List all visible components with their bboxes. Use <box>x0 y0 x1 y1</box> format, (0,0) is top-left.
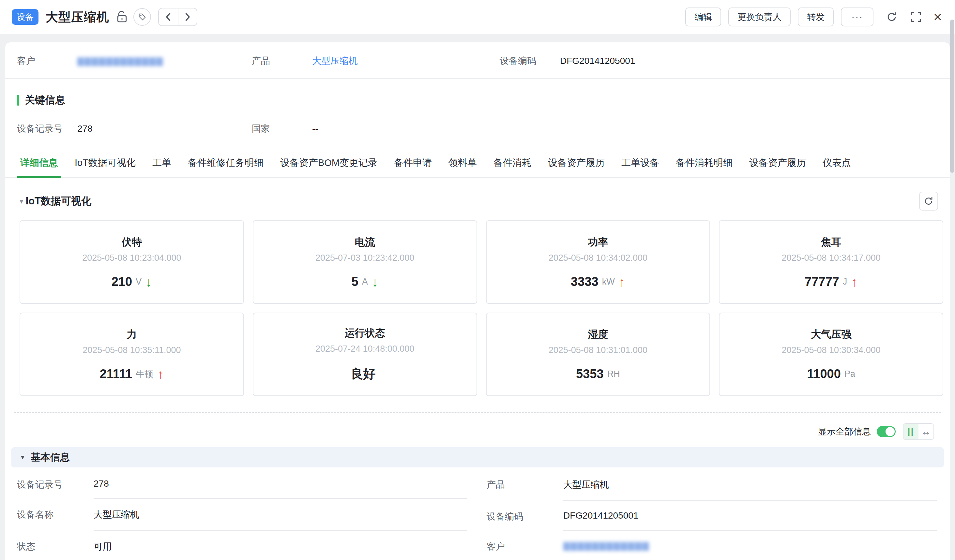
iot-card-grid: 伏特 2025-05-08 10:23:04.000 210 V ↓ 电流 20… <box>20 220 943 396</box>
horizontal-layout-icon[interactable]: ↔ <box>919 424 933 439</box>
tab-iot-data[interactable]: IoT数据可视化 <box>74 152 136 177</box>
tag-icon[interactable] <box>133 8 151 26</box>
iot-card-title: 力 <box>127 328 137 341</box>
field-value: 可用 <box>94 538 467 560</box>
trend-arrow-icon: ↓ <box>372 275 378 289</box>
product-label: 产品 <box>252 55 312 67</box>
iot-card-title: 功率 <box>588 236 608 249</box>
iot-card-pressure[interactable]: 大气压强 2025-05-08 10:30:34.000 11000 Pa <box>719 313 943 396</box>
edit-button[interactable]: 编辑 <box>685 8 721 27</box>
country-value: -- <box>312 123 318 134</box>
product-link[interactable]: 大型压缩机 <box>563 477 937 501</box>
iot-card-unit: J <box>843 277 847 287</box>
basic-info-right-column: 产品 大型压缩机 设备编码 DFG20141205001 客户 ▇▇▇▇▇▇▇▇… <box>487 469 937 560</box>
tab-work-order[interactable]: 工单 <box>152 152 172 177</box>
iot-card-value: 77777 <box>805 275 839 289</box>
record-no-label: 设备记录号 <box>17 123 77 135</box>
field-row-status: 状态 可用 <box>17 531 467 560</box>
iot-card-title: 电流 <box>355 236 375 249</box>
field-label: 设备编码 <box>487 509 563 531</box>
layout-switcher: || ↔ <box>903 423 934 440</box>
iot-card-title: 伏特 <box>122 236 142 249</box>
iot-card-timestamp: 2025-07-03 10:23:42.000 <box>315 253 414 263</box>
unlock-icon[interactable] <box>116 11 128 23</box>
iot-card-value: 210 <box>111 275 132 289</box>
iot-card-unit: RH <box>607 369 620 379</box>
window-header: 设备 大型压缩机 编辑 更换负责人 转发 ··· <box>0 0 955 34</box>
show-all-info-toggle[interactable] <box>877 426 896 437</box>
field-label: 状态 <box>17 538 94 560</box>
iot-card-value: 3333 <box>571 275 598 289</box>
field-product: 产品 大型压缩机 <box>252 55 500 67</box>
field-value: 278 <box>94 477 467 499</box>
tab-spare-maintenance-detail[interactable]: 备件维修任务明细 <box>187 152 264 177</box>
more-actions-button[interactable]: ··· <box>841 8 874 27</box>
iot-card-timestamp: 2025-05-08 10:23:04.000 <box>82 253 181 263</box>
tab-asset-bom-change[interactable]: 设备资产BOM变更记录 <box>280 152 378 177</box>
device-code-value: DFG20141205001 <box>560 56 635 66</box>
basic-info-left-column: 设备记录号 278 设备名称 大型压缩机 状态 可用 购买日期 2024-12-… <box>17 469 467 560</box>
field-label: 客户 <box>487 538 563 560</box>
iot-card-joule[interactable]: 焦耳 2025-05-08 10:34:17.000 77777 J ↑ <box>719 220 943 304</box>
iot-card-value: 5 <box>352 275 359 289</box>
field-value: 大型压缩机 <box>94 507 467 531</box>
tab-asset-history-2[interactable]: 设备资产履历 <box>748 152 806 177</box>
customer-value[interactable]: ▇▇▇▇▇▇▇▇▇▇▇▇ <box>77 56 163 66</box>
forward-button[interactable]: 转发 <box>798 8 834 27</box>
iot-card-timestamp: 2025-07-24 10:48:00.000 <box>315 344 414 354</box>
tab-spare-consumption-detail[interactable]: 备件消耗明细 <box>675 152 733 177</box>
field-label: 设备名称 <box>17 507 94 531</box>
next-record-button[interactable] <box>178 8 197 25</box>
customer-value[interactable]: ▇▇▇▇▇▇▇▇▇▇▇▇ <box>563 541 650 551</box>
iot-card-voltage[interactable]: 伏特 2025-05-08 10:23:04.000 210 V ↓ <box>20 220 244 304</box>
field-row-record-no: 设备记录号 278 <box>17 469 467 499</box>
fullscreen-icon[interactable] <box>910 11 922 23</box>
iot-card-current[interactable]: 电流 2025-07-03 10:23:42.000 5 A ↓ <box>253 220 477 304</box>
page-title: 大型压缩机 <box>45 9 109 25</box>
tab-asset-history[interactable]: 设备资产履历 <box>547 152 605 177</box>
iot-card-value: 11000 <box>807 367 841 381</box>
iot-card-value: 良好 <box>351 366 376 382</box>
iot-refresh-button[interactable] <box>919 192 938 211</box>
country-label: 国家 <box>252 123 312 135</box>
summary-row: 客户 ▇▇▇▇▇▇▇▇▇▇▇▇ 产品 大型压缩机 设备编码 DFG2014120… <box>5 42 950 79</box>
scrollbar-thumb[interactable] <box>950 20 954 173</box>
tab-detail-info[interactable]: 详细信息 <box>20 152 59 177</box>
iot-card-title: 大气压强 <box>811 328 851 341</box>
tab-spare-consumption[interactable]: 备件消耗 <box>493 152 532 177</box>
iot-card-force[interactable]: 力 2025-05-08 10:35:11.000 21111 牛顿 ↑ <box>20 313 244 396</box>
record-pager <box>158 8 197 26</box>
iot-section-title: IoT数据可视化 <box>26 194 92 208</box>
show-all-info-label: 显示全部信息 <box>818 426 871 437</box>
scrollbar[interactable] <box>950 2 954 560</box>
trend-arrow-icon: ↑ <box>157 368 164 381</box>
tab-picking-list[interactable]: 领料单 <box>448 152 478 177</box>
tab-spare-request[interactable]: 备件申请 <box>393 152 432 177</box>
dashed-divider <box>14 412 941 413</box>
field-label: 产品 <box>487 477 563 501</box>
iot-card-run-status[interactable]: 运行状态 2025-07-24 10:48:00.000 良好 <box>253 313 477 396</box>
iot-card-timestamp: 2025-05-08 10:34:02.000 <box>549 253 647 263</box>
iot-card-unit: V <box>136 277 142 287</box>
tab-work-order-device[interactable]: 工单设备 <box>621 152 660 177</box>
tab-meter-point[interactable]: 仪表点 <box>822 152 852 177</box>
basic-info-header[interactable]: ▼ 基本信息 <box>11 447 944 468</box>
change-owner-button[interactable]: 更换负责人 <box>728 8 791 27</box>
product-link[interactable]: 大型压缩机 <box>312 55 358 67</box>
iot-card-timestamp: 2025-05-08 10:30:34.000 <box>781 345 880 355</box>
collapse-caret-icon: ▼ <box>20 454 26 461</box>
prev-record-button[interactable] <box>159 8 178 25</box>
iot-card-power[interactable]: 功率 2025-05-08 10:34:02.000 3333 kW ↑ <box>486 220 711 304</box>
key-info-header: 关键信息 <box>17 93 937 107</box>
field-row-device-code: 设备编码 DFG20141205001 <box>487 501 937 531</box>
vertical-layout-icon[interactable]: || <box>903 424 919 439</box>
iot-card-timestamp: 2025-05-08 10:31:01.000 <box>549 345 647 355</box>
trend-arrow-icon: ↑ <box>851 275 858 289</box>
collapse-caret-icon[interactable]: ▾ <box>20 197 23 206</box>
section-accent-bar <box>17 95 19 106</box>
iot-card-humidity[interactable]: 湿度 2025-05-08 10:31:01.000 5353 RH <box>486 313 711 396</box>
iot-card-unit: 牛顿 <box>136 368 153 380</box>
iot-card-timestamp: 2025-05-08 10:34:17.000 <box>781 253 880 263</box>
close-icon[interactable]: × <box>933 10 942 24</box>
refresh-icon[interactable] <box>886 11 898 23</box>
